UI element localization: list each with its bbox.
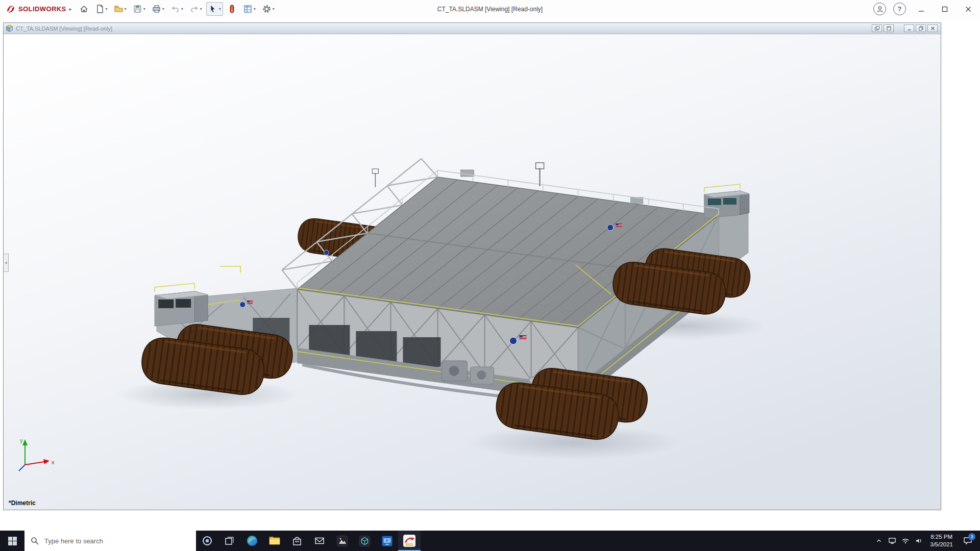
- doc-minimize-icon: [907, 26, 912, 31]
- cortana-button[interactable]: [196, 531, 218, 551]
- titlebar-right: ?: [870, 0, 980, 18]
- person-icon: [876, 6, 884, 13]
- solidworks-logo-icon: [5, 4, 16, 15]
- select-cursor-icon: [208, 4, 218, 14]
- close-button[interactable]: [957, 0, 980, 18]
- doc-restore-button[interactable]: [916, 24, 926, 32]
- print-button[interactable]: ▾: [150, 2, 166, 16]
- assembly-icon: [6, 24, 13, 32]
- dropdown-icon[interactable]: ▾: [200, 7, 202, 11]
- float-window-icon: [887, 26, 891, 31]
- maximize-icon: [942, 6, 948, 12]
- edge-icon: [246, 535, 258, 547]
- doc-restore-icon: [919, 26, 923, 31]
- doc-minimize-button[interactable]: [904, 24, 914, 32]
- solidworks-logo: SOLIDWORKS: [5, 4, 66, 15]
- solidworks-wordmark: SOLIDWORKS: [18, 5, 66, 13]
- movies-tv-button[interactable]: [376, 531, 398, 551]
- triad-x-label: x: [52, 459, 55, 465]
- collapse-arrow-icon: ◂: [5, 261, 7, 265]
- open-icon: [114, 4, 124, 14]
- file-explorer-button[interactable]: [263, 531, 286, 551]
- doc-close-button[interactable]: [927, 24, 938, 32]
- edge-button[interactable]: [241, 531, 263, 551]
- solidworks-app: SOLIDWORKS ▸ ▾ ▾ ▾: [0, 0, 980, 551]
- taskbar-clock[interactable]: 8:25 PM 3/5/2021: [925, 533, 958, 548]
- home-icon: [79, 4, 89, 14]
- tray-expand-button[interactable]: [872, 531, 886, 551]
- 3d-viewer-button[interactable]: [353, 531, 376, 551]
- new-document-button[interactable]: ▾: [93, 2, 110, 16]
- display-tray-icon[interactable]: [886, 531, 899, 551]
- close-icon: [965, 6, 971, 12]
- taskbar-search[interactable]: [24, 531, 196, 551]
- dropdown-icon[interactable]: ▾: [273, 7, 275, 11]
- minimize-button[interactable]: [910, 0, 933, 18]
- photos-button[interactable]: [331, 531, 353, 551]
- orientation-triad: x y: [16, 435, 57, 476]
- start-button[interactable]: [0, 531, 24, 551]
- document-titlebar[interactable]: CT_TA.SLDASM [Viewing] [Read-only]: [4, 23, 941, 34]
- document-window: CT_TA.SLDASM [Viewing] [Read-only]: [3, 22, 941, 510]
- search-input[interactable]: [43, 537, 171, 545]
- action-center-button[interactable]: 3: [958, 531, 978, 551]
- minimize-icon: [918, 6, 924, 12]
- view-orientation-label: *Dimetric: [9, 499, 36, 507]
- graphics-viewport[interactable]: x y *Dimetric ◂: [4, 34, 941, 510]
- 3d-viewer-icon: [359, 535, 371, 547]
- movies-tv-icon: [381, 535, 393, 547]
- undo-button[interactable]: ▾: [168, 2, 185, 16]
- clock-time: 8:25 PM: [930, 533, 953, 541]
- solidworks-icon-year: 2021: [405, 543, 413, 546]
- options-button[interactable]: ▾: [260, 2, 277, 16]
- dropdown-icon[interactable]: ▾: [106, 7, 108, 11]
- panel-collapse-tab[interactable]: ◂: [4, 254, 9, 272]
- file-properties-icon: [243, 4, 253, 14]
- doc-tile-button[interactable]: [872, 24, 882, 32]
- account-button[interactable]: [873, 3, 886, 15]
- help-button[interactable]: ?: [893, 3, 906, 15]
- task-view-button[interactable]: [218, 531, 241, 551]
- help-icon: ?: [898, 5, 902, 13]
- save-button[interactable]: ▾: [131, 2, 148, 16]
- gear-icon: [262, 4, 272, 14]
- mail-button[interactable]: [308, 531, 331, 551]
- document-window-controls: [872, 24, 939, 32]
- dropdown-icon[interactable]: ▾: [254, 7, 256, 11]
- home-button[interactable]: [77, 2, 91, 16]
- crawler-transporter-model[interactable]: [4, 34, 941, 510]
- solidworks-taskbar-button[interactable]: 2021: [398, 531, 421, 551]
- file-properties-button[interactable]: ▾: [241, 2, 258, 16]
- file-explorer-icon: [268, 535, 281, 547]
- network-tray-icon[interactable]: [899, 531, 912, 551]
- task-view-icon: [225, 536, 235, 546]
- volume-tray-icon[interactable]: [912, 531, 925, 551]
- dropdown-icon[interactable]: ▾: [181, 7, 183, 11]
- open-button[interactable]: ▾: [112, 2, 129, 16]
- solidworks-app-icon: 2021: [403, 534, 416, 547]
- speaker-icon: [915, 537, 923, 545]
- document-title: CT_TA.SLDASM [Viewing] [Read-only]: [16, 26, 112, 32]
- windows-logo-icon: [8, 537, 17, 545]
- redo-button[interactable]: ▾: [187, 2, 204, 16]
- titlebar-left: SOLIDWORKS ▸ ▾ ▾ ▾: [0, 2, 278, 16]
- select-button[interactable]: ▾: [206, 2, 223, 16]
- rebuild-button[interactable]: [225, 2, 239, 16]
- new-document-icon: [95, 4, 105, 14]
- dropdown-icon[interactable]: ▾: [162, 7, 164, 11]
- window-title: CT_TA.SLDASM [Viewing] [Read-only]: [437, 6, 543, 13]
- store-button[interactable]: [286, 531, 308, 551]
- dropdown-icon[interactable]: ▾: [219, 7, 221, 11]
- cortana-icon: [202, 535, 213, 546]
- mail-icon: [314, 535, 325, 546]
- monitor-icon: [888, 537, 896, 545]
- clock-date: 3/5/2021: [930, 541, 953, 548]
- undo-icon: [170, 4, 180, 14]
- app-titlebar: SOLIDWORKS ▸ ▾ ▾ ▾: [0, 0, 980, 18]
- maximize-button[interactable]: [933, 0, 957, 18]
- menu-expand-icon[interactable]: ▸: [69, 6, 72, 12]
- dropdown-icon[interactable]: ▾: [125, 7, 127, 11]
- store-icon: [291, 535, 303, 546]
- dropdown-icon[interactable]: ▾: [143, 7, 145, 11]
- doc-float-button[interactable]: [884, 24, 894, 32]
